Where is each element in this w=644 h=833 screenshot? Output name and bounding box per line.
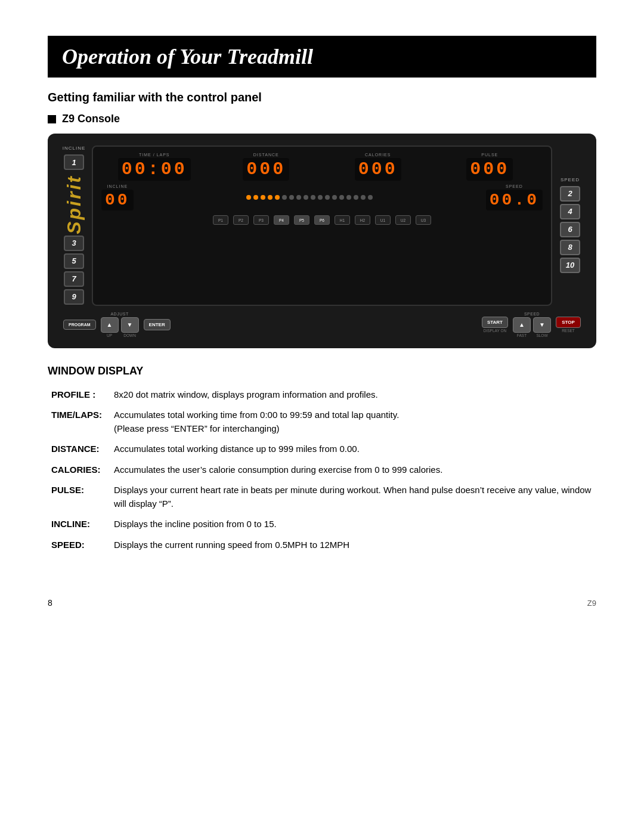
enter-section: ENTER: [144, 319, 171, 330]
prog-btn-u2[interactable]: U2: [395, 215, 411, 225]
table-row: INCLINE:Displays the incline position fr…: [48, 515, 596, 536]
dot-10: [311, 195, 315, 200]
display-item-label: PULSE:: [48, 481, 110, 515]
calories-label: CALORIES: [365, 153, 391, 157]
prog-btn-p1[interactable]: P1: [213, 215, 228, 225]
fast-up-arrow[interactable]: [513, 317, 531, 333]
prog-btn-h1[interactable]: H1: [335, 215, 350, 225]
incline-btn-7[interactable]: 7: [64, 271, 84, 287]
stop-button[interactable]: SToP: [556, 317, 581, 328]
pulse-value: 000: [466, 158, 513, 181]
incline-display-value: 00: [101, 190, 134, 210]
display-item-label: INCLINE:: [48, 515, 110, 536]
brand-logo: Spirit: [63, 175, 85, 234]
speed-ctrl-label: SPEED: [524, 312, 540, 316]
incline-btn-3[interactable]: 3: [64, 236, 84, 251]
program-button[interactable]: PROGRAM: [63, 320, 96, 330]
incline-btn-5[interactable]: 5: [64, 253, 84, 269]
display-item-content: 8x20 dot matrix window, displays program…: [110, 386, 596, 407]
speed-btn-10[interactable]: 10: [560, 258, 580, 273]
window-display-section: WINDOW DISPLAY PROFILE :8x20 dot matrix …: [48, 365, 596, 557]
start-button[interactable]: START: [482, 317, 508, 328]
display-program-row: P1 P2 P3 P4 P5 P6 H1 H2 U1 U2 U3: [101, 214, 543, 225]
table-row: DISTANCE:Accumulates total working dista…: [48, 440, 596, 461]
display-item-label: DISTANCE:: [48, 440, 110, 461]
header-banner: Operation of Your Treadmill: [48, 36, 596, 78]
section-heading: Getting familiar with the control panel: [48, 91, 596, 104]
distance-segment: DISTANCE 000: [213, 153, 320, 181]
subsection-label: Z9 Console: [62, 113, 120, 125]
incline-btn-1[interactable]: 1: [64, 154, 84, 170]
speed-label-right: SPEED: [561, 177, 580, 182]
display-item-content: Displays the incline position from 0 to …: [110, 515, 596, 536]
pulse-label: PULSE: [481, 153, 498, 157]
right-panel: SPEED 2 4 6 8 10: [552, 145, 583, 306]
incline-display-label: INCLINE: [107, 184, 128, 188]
display-item-content: Accumulates total working distance up to…: [110, 440, 596, 461]
speed-display-section: SPEED 00.0: [486, 184, 543, 210]
calories-segment: CALORIES 000: [325, 153, 431, 181]
dots-row: [246, 195, 373, 200]
left-panel: INCLINE 1 Spirit 3 5 7 9: [61, 145, 92, 306]
display-on-label: DISPLAY ON: [484, 329, 506, 333]
down-label: DOWN: [123, 333, 136, 337]
up-label: UP: [107, 333, 112, 337]
up-arrow-button[interactable]: [101, 317, 119, 333]
display-item-content: Displays your current heart rate in beat…: [110, 481, 596, 515]
speed-btn-2[interactable]: 2: [560, 186, 580, 202]
pulse-segment: PULSE 000: [437, 153, 543, 181]
slow-label: SLOW: [536, 333, 547, 337]
page-footer: 8 Z9: [48, 592, 596, 608]
dot-15: [346, 195, 351, 200]
adjust-label: ADJUST: [110, 312, 128, 316]
dot-18: [368, 195, 373, 200]
incline-display-section: INCLINE 00: [101, 184, 134, 210]
prog-btn-u1[interactable]: U1: [375, 215, 391, 225]
dot-1: [246, 195, 251, 200]
incline-btn-9[interactable]: 9: [64, 289, 84, 305]
table-row: PULSE:Displays your current heart rate i…: [48, 481, 596, 515]
prog-btn-p6[interactable]: P6: [314, 215, 330, 225]
slow-down-arrow[interactable]: [533, 317, 551, 333]
dot-7: [289, 195, 294, 200]
prog-btn-p3[interactable]: P3: [253, 215, 269, 225]
display-item-content: Accumulates total working time from 0:00…: [110, 406, 596, 440]
page-title: Operation of Your Treadmill: [62, 44, 582, 69]
table-row: PROFILE :8x20 dot matrix window, display…: [48, 386, 596, 407]
prog-btn-h2[interactable]: H2: [355, 215, 370, 225]
window-display-title: WINDOW DISPLAY: [48, 365, 596, 377]
speed-btn-8[interactable]: 8: [560, 240, 580, 255]
calories-value: 000: [355, 158, 401, 181]
prog-btn-p5[interactable]: P5: [294, 215, 309, 225]
table-row: SPEED:Displays the current running speed…: [48, 536, 596, 557]
dot-14: [339, 195, 344, 200]
down-arrow-button[interactable]: [121, 317, 139, 333]
console-container: INCLINE 1 Spirit 3 5 7 9 TIME / LAPS 00:…: [48, 134, 596, 348]
prog-btn-p2[interactable]: P2: [233, 215, 249, 225]
speed-ctrl-btns: FAST SLOW: [513, 317, 551, 337]
square-icon: [48, 115, 56, 123]
main-display: TIME / LAPS 00:00 DISTANCE 000 CALORIES …: [92, 145, 552, 306]
speed-btn-6[interactable]: 6: [560, 222, 580, 237]
subsection-heading: Z9 Console: [48, 113, 596, 125]
display-item-label: PROFILE :: [48, 386, 110, 407]
display-table: PROFILE :8x20 dot matrix window, display…: [48, 386, 596, 557]
display-item-content: Accumulates the user’s calorie consumpti…: [110, 461, 596, 482]
display-item-content: Displays the current running speed from …: [110, 536, 596, 557]
enter-btns: ENTER: [144, 319, 171, 330]
page-number: 8: [48, 598, 52, 608]
speed-ctrl-section: SPEED FAST SLOW: [513, 312, 551, 337]
incline-label-left: INCLINE: [63, 145, 86, 151]
adjust-btns: UP DOWN: [101, 317, 139, 337]
prog-btn-p4[interactable]: P4: [274, 215, 289, 225]
display-item-label: SPEED:: [48, 536, 110, 557]
dot-12: [325, 195, 330, 200]
dot-2: [253, 195, 258, 200]
fast-label: FAST: [517, 333, 527, 337]
distance-value: 000: [243, 158, 289, 181]
prog-btn-u3[interactable]: U3: [416, 215, 431, 225]
speed-btn-4[interactable]: 4: [560, 204, 580, 219]
table-row: TIME/LAPS:Accumulates total working time…: [48, 406, 596, 440]
time-laps-label: TIME / LAPS: [139, 153, 169, 157]
enter-button[interactable]: ENTER: [144, 319, 171, 330]
